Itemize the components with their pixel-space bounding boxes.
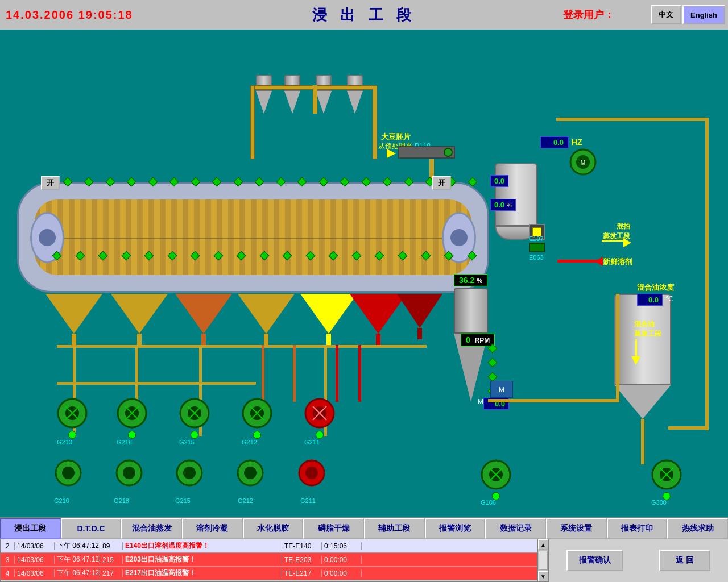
orange-pipe-v1 [262, 345, 264, 402]
pipe-mixing-down [641, 419, 644, 464]
alarm-desc-2: E140出口溶剂温度高报警！ [123, 541, 282, 551]
pump-G211-indicator [316, 431, 324, 439]
funnel-2 [111, 294, 168, 348]
extractor-vessel [17, 182, 489, 293]
motor-top-right: M [569, 148, 597, 178]
pump-G210-indicator [68, 431, 76, 439]
top-pipe-v3 [313, 85, 317, 114]
pump-G212-label: G212 [242, 439, 257, 446]
funnel-7 [397, 294, 442, 339]
top-pipe-v1 [250, 85, 255, 159]
lower-pump-4 [236, 459, 264, 489]
red-pipe-v2 [358, 345, 361, 402]
valve-green-3 [488, 372, 498, 382]
mixing-tank-cone [614, 385, 671, 419]
alarm-row-3: 3 14/03/06 下午 06:47:12 215 E203出口油温高报警！ … [1, 553, 537, 567]
pump-G212 [242, 398, 273, 431]
alarm-dur-2: 0:15:06 [322, 542, 362, 550]
top-pipe-v2 [373, 85, 377, 159]
nav-item-water-degum[interactable]: 水化脱胶 [243, 518, 304, 539]
mixed-oil-evap-label: 混合油 蒸发工段 [634, 319, 661, 339]
alarm-num-4: 4 [1, 569, 15, 577]
alarm-time-3: 下午 06:47:12 [55, 555, 100, 564]
pump-m-label: M [478, 398, 483, 406]
cyclone-2 [284, 75, 300, 114]
alarm-code-2: 89 [100, 542, 123, 550]
lang-cn-button[interactable]: 中文 [651, 5, 681, 24]
feed-conveyor [398, 146, 455, 159]
pump-G218-indicator [128, 431, 136, 439]
feed-arrow [387, 149, 396, 158]
mixed-oil-label: 混合油浓度 [637, 282, 674, 293]
nav-item-hotline[interactable]: 热线求助 [667, 518, 728, 539]
valve-code1: E197 [529, 235, 544, 242]
svg-point-34 [123, 467, 135, 479]
mixed-evap-arrow [631, 339, 640, 365]
svg-text:M: M [499, 386, 504, 394]
alarm-confirm-button[interactable]: 报警确认 [566, 550, 623, 571]
alarm-action-buttons: 报警确认 返 回 [549, 539, 728, 582]
pump-G106 [481, 459, 512, 493]
scroll-track [539, 551, 548, 570]
pump-G106-label: G106 [481, 499, 496, 506]
nav-item-dtdc[interactable]: D.T.D.C [61, 518, 122, 539]
pump-G212-indicator [253, 431, 261, 439]
motor-pump-right: M [490, 381, 513, 400]
alarm-num-3: 3 [1, 556, 15, 564]
alarm-num-2: 2 [1, 542, 15, 550]
alarm-back-button[interactable]: 返 回 [659, 550, 710, 571]
valve-code2: E063 [529, 254, 544, 261]
pump-G300 [651, 459, 682, 493]
mixing-arrow [602, 240, 631, 247]
nav-item-report-print[interactable]: 报表打印 [607, 518, 668, 539]
alarm-row-2: 2 14/03/06 下午 06:47:12 89 E140出口溶剂温度高报警！… [1, 539, 537, 553]
hz-value-box: 0.0 [540, 136, 569, 148]
valve-row-top [57, 177, 483, 186]
nav-bar: 浸出工段 D.T.D.C 混合油蒸发 溶剂冷凝 水化脱胶 磷脂干燥 辅助工段 报… [0, 517, 728, 539]
nav-item-solvent-cond[interactable]: 溶剂冷凝 [182, 518, 243, 539]
nav-item-alarm-browse[interactable]: 报警浏览 [425, 518, 486, 539]
svg-point-36 [183, 467, 196, 479]
svg-point-32 [62, 467, 75, 479]
rpm-value-box: 0 RPM [461, 334, 495, 346]
pipe-far-right-h-bottom [668, 426, 708, 430]
nav-item-auxiliary[interactable]: 辅助工段 [364, 518, 425, 539]
lang-en-button[interactable]: English [682, 5, 725, 24]
nav-item-leaching[interactable]: 浸出工段 [0, 518, 61, 539]
alarm-area: 2 14/03/06 下午 06:47:12 89 E140出口溶剂温度高报警！… [0, 539, 728, 582]
nav-item-data-record[interactable]: 数据记录 [485, 518, 546, 539]
alarm-dur-4: 0:00:00 [322, 569, 362, 577]
svg-point-38 [244, 467, 257, 479]
datetime-display: 14.03.2006 19:05:18 [6, 9, 133, 22]
nav-item-sys-settings[interactable]: 系统设置 [546, 518, 607, 539]
open-btn-right[interactable]: 开 [432, 176, 451, 190]
alarm-row-4: 4 14/03/06 下午 06:47:12 217 E217出口油温高报警！ … [1, 567, 537, 580]
scroll-down-arrow[interactable]: ▼ [538, 571, 548, 581]
funnel-1 [46, 294, 102, 348]
pump-G210 [57, 398, 88, 431]
bottom-pipe-h2 [57, 382, 256, 385]
nav-item-mixoil-evap[interactable]: 混合油蒸发 [121, 518, 182, 539]
lower-pump-3 [175, 459, 204, 489]
alarm-table: 2 14/03/06 下午 06:47:12 89 E140出口溶剂温度高报警！… [0, 539, 537, 582]
pump-label-G218-text: G218 [114, 497, 129, 504]
svg-text:M: M [581, 160, 585, 166]
pump-G218-label: G218 [117, 439, 132, 446]
open-btn-left[interactable]: 开 [41, 176, 60, 190]
cyclone-4 [347, 75, 363, 114]
fresh-solvent-arrow [557, 260, 603, 263]
pump-G211 [304, 398, 336, 431]
pump-G215-label: G215 [179, 439, 195, 446]
alarm-date-2: 14/03/06 [15, 542, 55, 550]
page-title: 浸 出 工 段 [312, 5, 416, 25]
orange-pipe-v2 [293, 345, 296, 402]
pump-G300-label: G300 [651, 499, 667, 506]
alarm-device-3: TE-E203 [282, 556, 322, 564]
alarm-time-4: 下午 06:47:12 [55, 568, 100, 578]
cyclone-3 [316, 75, 332, 114]
nav-item-phos-dry[interactable]: 磷脂干燥 [303, 518, 364, 539]
pipe-far-right-v [705, 118, 709, 430]
pump-label-G215-text: G215 [175, 497, 191, 504]
scroll-up-arrow[interactable]: ▲ [538, 539, 548, 550]
funnel-5 [300, 294, 357, 348]
